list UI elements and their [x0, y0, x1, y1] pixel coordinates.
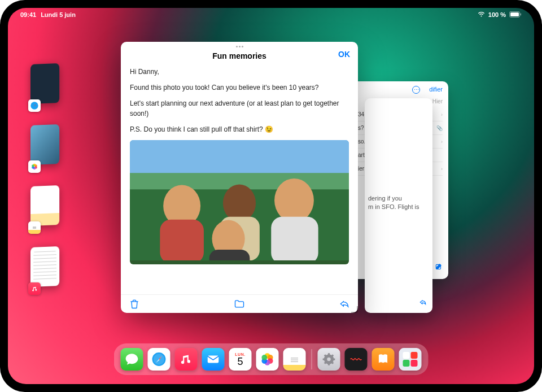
photo-attachment[interactable]: [130, 140, 349, 264]
dock-app-notes[interactable]: [283, 348, 306, 371]
dock-app-mail[interactable]: [202, 348, 225, 371]
compose-title: Fun memories: [212, 51, 266, 60]
photos-icon: [28, 160, 41, 173]
svg-point-18: [223, 185, 256, 222]
window-grabber-icon[interactable]: [121, 42, 358, 51]
dock-app-photos[interactable]: [256, 348, 279, 371]
svg-point-37: [327, 358, 331, 361]
stage-item-notes[interactable]: [30, 186, 64, 232]
notes-icon: [28, 221, 41, 234]
ok-button[interactable]: OK: [338, 50, 350, 59]
resize-handle-icon[interactable]: [351, 306, 360, 315]
svg-line-43: [332, 362, 333, 363]
trash-icon[interactable]: [129, 298, 140, 310]
music-icon: [28, 282, 41, 295]
mail-compose-window[interactable]: Fun memories OK Hi Danny, Found this pho…: [121, 42, 358, 313]
safari-icon: [28, 99, 41, 112]
more-icon[interactable]: ⋯: [412, 86, 420, 94]
compose-para: Found this photo you took! Can you belie…: [130, 82, 349, 93]
stage-item-photos[interactable]: [30, 125, 64, 171]
svg-line-45: [332, 355, 333, 356]
svg-rect-2: [521, 13, 522, 15]
dock-app-calendar[interactable]: LUN. 5: [229, 348, 252, 371]
dock-app-messages[interactable]: [121, 348, 143, 371]
dock-app-safari[interactable]: [148, 348, 171, 371]
dock-app-settings[interactable]: [318, 348, 340, 371]
dock-app-books[interactable]: [372, 348, 395, 371]
bg-body-line: dering if you: [368, 194, 429, 203]
dock: LUN. 5: [114, 343, 429, 375]
folder-icon[interactable]: [234, 298, 245, 310]
background-window-mail[interactable]: dering if you m in SFO. Flight is: [365, 98, 432, 313]
stage-item-safari[interactable]: [30, 64, 64, 110]
wifi-icon: [478, 11, 485, 18]
dock-app-voice-memos[interactable]: [345, 348, 368, 371]
compose-toolbar: [121, 294, 358, 313]
svg-point-20: [274, 178, 314, 223]
dock-app-recent[interactable]: [399, 348, 422, 371]
svg-line-42: [325, 355, 326, 356]
battery-icon: [509, 11, 522, 19]
status-time: 09:41: [20, 11, 36, 18]
compose-body[interactable]: Hi Danny, Found this photo you took! Can…: [121, 67, 358, 294]
compose-para: Let's start planning our next adventure …: [130, 98, 349, 119]
svg-point-9: [32, 164, 34, 167]
reply-icon[interactable]: [419, 298, 427, 307]
stage-manager-strip: [30, 64, 64, 293]
bg-body-line: m in SFO. Flight is: [368, 203, 429, 211]
reply-icon[interactable]: [339, 298, 350, 310]
svg-rect-17: [160, 220, 204, 261]
svg-rect-26: [208, 356, 219, 363]
svg-rect-1: [510, 12, 519, 16]
svg-rect-23: [209, 250, 250, 260]
modify-button[interactable]: difier: [429, 86, 443, 94]
calendar-day: 5: [237, 356, 243, 367]
status-battery-text: 100 %: [488, 11, 506, 18]
dock-separator: [312, 349, 312, 369]
compose-para: P.S. Do you think I can still pull off t…: [130, 124, 349, 134]
status-bar: 09:41 Lundi 5 juin 100 %: [8, 8, 534, 21]
compose-greeting: Hi Danny,: [130, 67, 349, 77]
ipad-screen: 09:41 Lundi 5 juin 100 %: [8, 8, 534, 384]
svg-line-44: [325, 362, 326, 363]
svg-rect-21: [271, 217, 318, 261]
svg-point-32: [261, 355, 267, 360]
dock-app-music[interactable]: [175, 348, 198, 371]
stage-item-music[interactable]: [30, 247, 64, 293]
status-date: Lundi 5 juin: [41, 11, 76, 18]
compose-icon[interactable]: [435, 263, 443, 273]
